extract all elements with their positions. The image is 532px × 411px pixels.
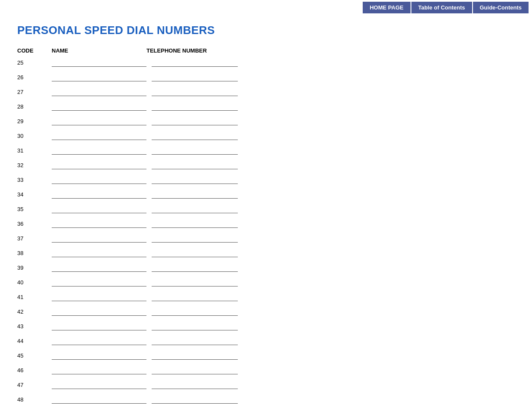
table-row: 40 bbox=[17, 277, 258, 286]
name-line[interactable] bbox=[52, 279, 146, 286]
phone-line[interactable] bbox=[152, 235, 238, 243]
phone-line[interactable] bbox=[152, 367, 238, 374]
code-cell: 25 bbox=[17, 59, 52, 67]
phone-line[interactable] bbox=[152, 132, 238, 140]
table-row: 44 bbox=[17, 336, 258, 345]
name-line[interactable] bbox=[52, 235, 146, 243]
name-line[interactable] bbox=[52, 88, 146, 96]
phone-line[interactable] bbox=[152, 293, 238, 301]
table-row: 46 bbox=[17, 365, 258, 374]
table-row: 32 bbox=[17, 160, 258, 169]
phone-line[interactable] bbox=[152, 264, 238, 272]
code-cell: 47 bbox=[17, 382, 52, 389]
phone-line[interactable] bbox=[152, 162, 238, 169]
code-cell: 39 bbox=[17, 265, 52, 272]
table-row: 33 bbox=[17, 174, 258, 184]
name-line[interactable] bbox=[52, 118, 146, 125]
phone-line[interactable] bbox=[152, 176, 238, 184]
code-cell: 42 bbox=[17, 308, 52, 316]
code-cell: 40 bbox=[17, 279, 52, 286]
name-line[interactable] bbox=[52, 249, 146, 257]
phone-column-header: TELEPHONE NUMBER bbox=[146, 47, 258, 54]
code-column-header: CODE bbox=[17, 47, 52, 54]
code-cell: 27 bbox=[17, 89, 52, 96]
code-cell: 34 bbox=[17, 191, 52, 199]
name-line[interactable] bbox=[52, 220, 146, 228]
code-cell: 28 bbox=[17, 103, 52, 111]
table-row: 49 bbox=[17, 409, 258, 411]
code-cell: 41 bbox=[17, 294, 52, 301]
table-row: 35 bbox=[17, 204, 258, 213]
page-title: PERSONAL SPEED DIAL NUMBERS bbox=[17, 24, 515, 37]
code-cell: 48 bbox=[17, 396, 52, 404]
table-row: 31 bbox=[17, 145, 258, 155]
table-row: 25 bbox=[17, 57, 258, 67]
phone-line[interactable] bbox=[152, 249, 238, 257]
table-row: 36 bbox=[17, 218, 258, 228]
name-line[interactable] bbox=[52, 59, 146, 67]
phone-line[interactable] bbox=[152, 396, 238, 404]
name-line[interactable] bbox=[52, 132, 146, 140]
phone-line[interactable] bbox=[152, 220, 238, 228]
name-line[interactable] bbox=[52, 103, 146, 111]
table-row: 26 bbox=[17, 72, 258, 81]
name-line[interactable] bbox=[52, 191, 146, 199]
phone-line[interactable] bbox=[152, 279, 238, 286]
table-row: 39 bbox=[17, 262, 258, 272]
name-line[interactable] bbox=[52, 206, 146, 213]
table-row: 28 bbox=[17, 101, 258, 111]
name-line[interactable] bbox=[52, 337, 146, 345]
name-line[interactable] bbox=[52, 264, 146, 272]
table-row: 41 bbox=[17, 292, 258, 301]
name-line[interactable] bbox=[52, 323, 146, 330]
name-line[interactable] bbox=[52, 367, 146, 374]
phone-line[interactable] bbox=[152, 88, 238, 96]
phone-line[interactable] bbox=[152, 147, 238, 155]
phone-line[interactable] bbox=[152, 118, 238, 125]
code-cell: 37 bbox=[17, 235, 52, 243]
phone-line[interactable] bbox=[152, 191, 238, 199]
phone-line[interactable] bbox=[152, 352, 238, 360]
code-cell: 46 bbox=[17, 367, 52, 374]
table-header: CODE NAME TELEPHONE NUMBER bbox=[17, 47, 258, 54]
name-line[interactable] bbox=[52, 352, 146, 360]
code-cell: 44 bbox=[17, 338, 52, 345]
name-line[interactable] bbox=[52, 176, 146, 184]
code-cell: 35 bbox=[17, 206, 52, 213]
table-row: 37 bbox=[17, 233, 258, 243]
table-row: 42 bbox=[17, 306, 258, 316]
name-line[interactable] bbox=[52, 308, 146, 316]
code-cell: 30 bbox=[17, 133, 52, 140]
name-line[interactable] bbox=[52, 396, 146, 404]
phone-line[interactable] bbox=[152, 206, 238, 213]
home-page-button[interactable]: HOME PAGE bbox=[363, 2, 411, 13]
table-row: 27 bbox=[17, 87, 258, 96]
phone-line[interactable] bbox=[152, 308, 238, 316]
top-navigation: HOME PAGE Table of Contents Guide-Conten… bbox=[0, 0, 532, 15]
name-line[interactable] bbox=[52, 162, 146, 169]
code-cell: 38 bbox=[17, 250, 52, 257]
name-line[interactable] bbox=[52, 147, 146, 155]
code-cell: 45 bbox=[17, 352, 52, 360]
name-line[interactable] bbox=[52, 293, 146, 301]
guide-contents-button[interactable]: Guide-Contents bbox=[473, 2, 529, 13]
name-line[interactable] bbox=[52, 74, 146, 81]
table-of-contents-button[interactable]: Table of Contents bbox=[411, 2, 472, 13]
phone-line[interactable] bbox=[152, 103, 238, 111]
phone-line[interactable] bbox=[152, 323, 238, 330]
phone-line[interactable] bbox=[152, 381, 238, 389]
table-rows-container: 2526272829303132333435363738394041424344… bbox=[17, 57, 258, 411]
code-cell: 33 bbox=[17, 177, 52, 184]
phone-line[interactable] bbox=[152, 74, 238, 81]
table-row: 47 bbox=[17, 380, 258, 389]
name-column-header: NAME bbox=[52, 47, 146, 54]
table-row: 30 bbox=[17, 131, 258, 140]
name-line[interactable] bbox=[52, 381, 146, 389]
phone-line[interactable] bbox=[152, 59, 238, 67]
code-cell: 29 bbox=[17, 118, 52, 125]
table-row: 38 bbox=[17, 248, 258, 257]
code-cell: 36 bbox=[17, 221, 52, 228]
phone-line[interactable] bbox=[152, 337, 238, 345]
table-row: 29 bbox=[17, 116, 258, 125]
main-content: PERSONAL SPEED DIAL NUMBERS CODE NAME TE… bbox=[0, 15, 532, 411]
